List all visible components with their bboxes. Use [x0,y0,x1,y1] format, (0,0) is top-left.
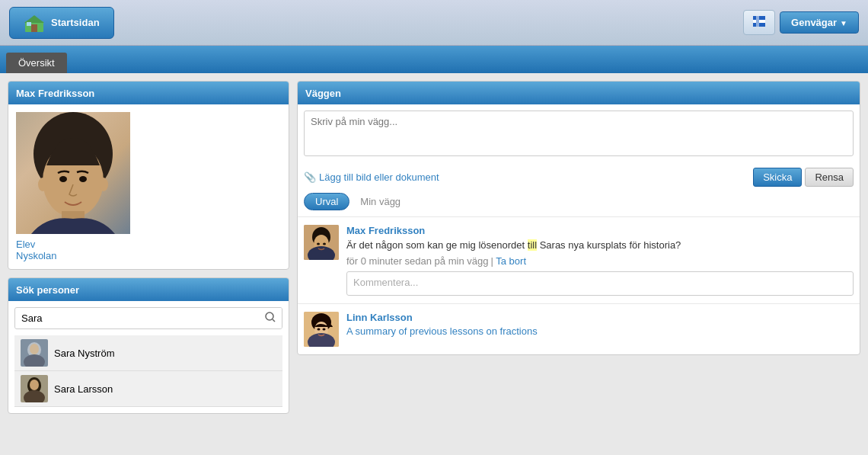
left-panel: Max Fredriksson [8,81,289,414]
flag-icon [752,15,767,27]
home-label: Startsidan [51,17,100,28]
svg-point-20 [30,344,39,354]
header: Startsidan Genvägar [0,0,868,46]
attach-link[interactable]: 📎 Lägg till bild eller dokument [304,171,439,183]
tab-minvagg[interactable]: Min vägg [349,193,411,210]
profile-school: Nyskolan [16,250,281,261]
svg-point-14 [99,178,108,191]
svg-rect-3 [27,22,31,26]
vaggen-panel-header: Väggen [298,82,860,104]
vaggen-tabs: Urval Min vägg [298,193,860,216]
profile-photo-image [16,112,130,234]
paperclip-icon: 📎 [304,171,316,183]
svg-point-23 [30,380,39,390]
svg-rect-2 [31,24,37,32]
header-right: Genvägar [743,10,859,35]
sara1-photo [21,339,48,367]
search-result-2[interactable]: Sara Larsson [14,371,282,407]
post-2: Linn Karlsson A summary of previous less… [298,303,860,354]
vaggen-panel: Väggen 📎 Lägg till bild eller dokument S… [297,81,860,414]
vaggen-actions: 📎 Lägg till bild eller dokument Skicka R… [298,165,860,193]
main-content: Max Fredriksson [0,73,868,421]
sara2-name: Sara Larsson [54,383,113,395]
post-2-content: Linn Karlsson A summary of previous less… [346,312,854,347]
linn-post-photo [304,312,339,347]
vaggen-write-area [298,104,860,165]
post-1-meta: för 0 minuter sedan på min vägg | Ta bor… [346,255,854,267]
max-post-photo [304,225,339,260]
post-1-content: Max Fredriksson Är det någon som kan ge … [346,225,854,296]
profile-body: Elev Nyskolan [8,104,289,269]
svg-point-35 [318,328,321,331]
vaggen-container: Väggen 📎 Lägg till bild eller dokument S… [297,81,860,355]
search-panel-header: Sök personer [8,278,289,301]
post-1-text: Är det någon som kan ge mig lösenordet t… [346,239,854,252]
svg-point-36 [323,328,326,331]
send-button[interactable]: Skicka [753,168,802,187]
vaggen-textarea[interactable] [304,111,854,156]
post-1-delete-link[interactable]: Ta bort [496,255,526,267]
search-box [14,307,282,329]
profile-panel: Max Fredriksson [8,81,289,270]
clear-button[interactable]: Rensa [805,168,854,187]
shortcuts-label: Genvägar [791,17,837,28]
search-result-1[interactable]: Sara Nyström [14,335,282,371]
svg-point-13 [38,178,47,191]
svg-line-16 [273,319,275,322]
post-1-author[interactable]: Max Fredriksson [346,225,854,236]
svg-point-29 [317,243,320,245]
search-icon [265,312,276,322]
home-icon [24,14,45,32]
tab-urval[interactable]: Urval [304,193,349,210]
sara2-avatar [21,375,48,402]
chevron-down-icon [840,17,847,28]
post-2-avatar [304,312,339,347]
post-1-comment[interactable]: Kommentera... [346,271,854,296]
sara1-name: Sara Nyström [54,348,114,359]
profile-panel-header: Max Fredriksson [8,82,289,104]
sara2-photo [21,375,48,402]
sara1-avatar [21,339,48,367]
home-button[interactable]: Startsidan [9,7,114,39]
navbar: Översikt [0,46,868,73]
flag-button[interactable] [743,10,775,35]
profile-role: Elev [16,239,281,250]
svg-rect-7 [756,16,759,27]
svg-point-12 [79,176,87,182]
profile-photo [16,112,130,234]
post-2-author[interactable]: Linn Karlsson [346,312,854,323]
overview-tab[interactable]: Översikt [6,53,67,73]
svg-marker-1 [24,15,44,23]
search-body: Sara Nyström Sara Larsson [8,301,289,413]
post-1: Max Fredriksson Är det någon som kan ge … [298,216,860,303]
post-2-link[interactable]: A summary of previous lessons on fractio… [346,325,538,337]
svg-point-11 [59,176,67,182]
vaggen-buttons: Skicka Rensa [753,168,854,187]
shortcuts-button[interactable]: Genvägar [780,11,859,34]
search-button[interactable] [259,308,282,328]
search-panel: Sök personer [8,277,289,414]
search-input[interactable] [15,309,259,328]
svg-point-15 [266,312,273,320]
post-1-avatar [304,225,339,260]
highlight-word: till [528,239,537,251]
svg-point-30 [323,243,326,245]
